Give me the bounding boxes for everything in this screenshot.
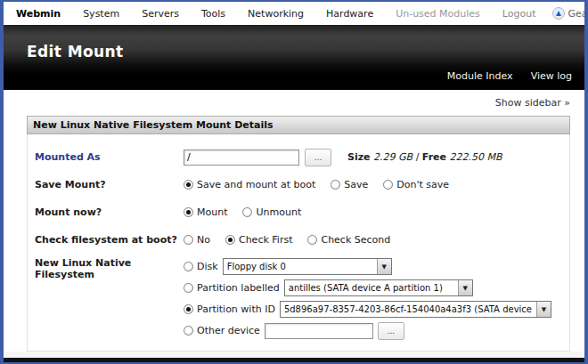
size-free-info: Size 2.29 GB / Free 222.50 MB xyxy=(347,151,502,163)
new-fs-row: New Linux Native Filesystem Disk Floppy … xyxy=(35,254,562,340)
radio-label: Unmount xyxy=(256,206,301,218)
radio-label: Save xyxy=(344,179,368,190)
sidebar-toggle-row: Show sidebar » xyxy=(4,90,584,109)
nav-item-networking[interactable]: Networking xyxy=(248,8,304,20)
main-content: Show sidebar » New Linux Native Filesyst… xyxy=(4,90,584,352)
disk-select-wrap: Floppy disk 0 xyxy=(223,258,392,275)
radio-label: No xyxy=(197,234,210,246)
radio-label: Save and mount at boot xyxy=(197,179,315,190)
show-sidebar-link[interactable]: Show sidebar » xyxy=(495,97,570,109)
bottom-bar xyxy=(4,358,584,362)
check-fs-label: Check filesystem at boot? xyxy=(35,234,184,246)
view-log-link[interactable]: View log xyxy=(531,70,572,82)
radio-partition-with-id[interactable]: Partition with ID xyxy=(184,303,275,315)
size-label: Size xyxy=(347,151,371,163)
mounted-as-input[interactable] xyxy=(184,150,299,166)
radio-input[interactable] xyxy=(184,283,193,293)
page-header: Edit Mount Module Index View log xyxy=(4,25,584,90)
radio-check-first[interactable]: Check First xyxy=(225,234,292,246)
nav-item-system[interactable]: System xyxy=(83,8,119,20)
page-title: Edit Mount xyxy=(27,43,124,61)
nav-item-hardware[interactable]: Hardware xyxy=(326,8,373,20)
save-mount-options: Save and mount at boot Save Don't save xyxy=(184,179,459,190)
top-nav: Webmin System Servers Tools Networking H… xyxy=(4,2,584,25)
radio-input[interactable] xyxy=(184,326,193,336)
other-device-sub-row: Other device ... xyxy=(184,321,551,340)
radio-label: Check Second xyxy=(321,234,390,246)
radio-label: Don't save xyxy=(396,179,449,190)
radio-label: Partition labelled xyxy=(197,282,280,294)
page-frame: Webmin System Servers Tools Networking H… xyxy=(0,0,588,364)
footer-strip xyxy=(4,352,584,358)
size-value: 2.29 GB xyxy=(373,151,412,163)
partition-labelled-select[interactable]: antilles (SATA device A partition 1) xyxy=(284,279,473,296)
mounted-as-row: Mounted As ... Size 2.29 GB / Free 222.5… xyxy=(35,143,562,171)
logout-link[interactable]: Logout xyxy=(502,8,536,20)
nav-item-tools[interactable]: Tools xyxy=(201,8,225,20)
partition-id-sub-row: Partition with ID 5d896a97-8357-4203-86c… xyxy=(184,300,551,319)
form-section-title: New Linux Native Filesystem Mount Detail… xyxy=(27,116,570,134)
radio-input[interactable] xyxy=(331,180,340,190)
radio-input[interactable] xyxy=(184,180,193,190)
disk-sub-row: Disk Floppy disk 0 xyxy=(184,257,551,276)
radio-dont-save[interactable]: Don't save xyxy=(383,179,449,190)
mount-now-options: Mount Unmount xyxy=(184,206,311,218)
radio-unmount[interactable]: Unmount xyxy=(242,206,301,218)
new-fs-label: New Linux Native Filesystem xyxy=(35,257,184,280)
radio-input[interactable] xyxy=(242,207,252,217)
mount-now-label: Mount now? xyxy=(35,206,184,218)
radio-save-and-mount-at-boot[interactable]: Save and mount at boot xyxy=(184,179,315,190)
header-links: Module Index View log xyxy=(447,70,572,82)
new-fs-options: Disk Floppy disk 0 xyxy=(184,257,551,340)
nav-item-unused-modules[interactable]: Un-used Modules xyxy=(396,8,480,20)
radio-input[interactable] xyxy=(225,235,235,245)
radio-disk[interactable]: Disk xyxy=(184,261,218,272)
disk-select[interactable]: Floppy disk 0 xyxy=(223,258,392,275)
radio-mount[interactable]: Mount xyxy=(184,206,227,218)
radio-label: Check First xyxy=(239,234,292,246)
radio-input[interactable] xyxy=(307,235,317,245)
form-body: Mounted As ... Size 2.29 GB / Free 222.5… xyxy=(27,134,570,352)
radio-label: Partition with ID xyxy=(197,303,275,315)
radio-input[interactable] xyxy=(383,180,393,190)
page: Webmin System Servers Tools Networking H… xyxy=(4,2,584,362)
nav-item-webmin[interactable]: Webmin xyxy=(16,8,61,20)
radio-partition-labelled[interactable]: Partition labelled xyxy=(184,282,280,294)
check-fs-options: No Check First Check Second xyxy=(184,234,400,246)
size-free-separator: / xyxy=(416,151,420,163)
save-mount-row: Save Mount? Save and mount at boot Save xyxy=(35,171,562,198)
partition-id-select[interactable]: 5d896a97-8357-4203-86cf-154040a4a3f3 (SA… xyxy=(280,301,551,318)
radio-other-device[interactable]: Other device xyxy=(184,325,260,336)
free-label: Free xyxy=(422,151,446,163)
module-index-link[interactable]: Module Index xyxy=(447,70,513,82)
other-device-input[interactable] xyxy=(265,323,373,339)
gears-label: Gears xyxy=(568,8,585,20)
partition-id-select-wrap: 5d896a97-8357-4203-86cf-154040a4a3f3 (SA… xyxy=(280,301,551,318)
radio-input[interactable] xyxy=(184,304,193,314)
radio-input[interactable] xyxy=(184,207,193,217)
radio-check-second[interactable]: Check Second xyxy=(307,234,390,246)
radio-no-check[interactable]: No xyxy=(184,234,210,246)
save-mount-label: Save Mount? xyxy=(35,179,184,190)
up-arrow-icon xyxy=(552,7,565,20)
mounted-as-field: ... Size 2.29 GB / Free 222.50 MB xyxy=(184,149,502,166)
radio-input[interactable] xyxy=(184,235,193,245)
check-fs-row: Check filesystem at boot? No Check First xyxy=(35,226,562,254)
partition-labelled-sub-row: Partition labelled antilles (SATA device… xyxy=(184,279,551,297)
partition-labelled-select-wrap: antilles (SATA device A partition 1) xyxy=(284,279,473,296)
mount-now-row: Mount now? Mount Unmount xyxy=(35,198,562,226)
mount-details-form: New Linux Native Filesystem Mount Detail… xyxy=(27,116,570,352)
mounted-as-browse-button[interactable]: ... xyxy=(305,149,331,166)
radio-save[interactable]: Save xyxy=(331,179,368,190)
gears-link[interactable]: Gears xyxy=(552,7,585,20)
nav-item-servers[interactable]: Servers xyxy=(142,8,179,20)
radio-label: Other device xyxy=(197,325,260,336)
radio-label: Disk xyxy=(197,261,218,272)
radio-input[interactable] xyxy=(184,262,193,271)
mounted-as-label: Mounted As xyxy=(35,151,184,163)
free-value: 222.50 MB xyxy=(450,151,502,163)
other-device-browse-button[interactable]: ... xyxy=(378,322,404,340)
radio-label: Mount xyxy=(197,206,227,218)
